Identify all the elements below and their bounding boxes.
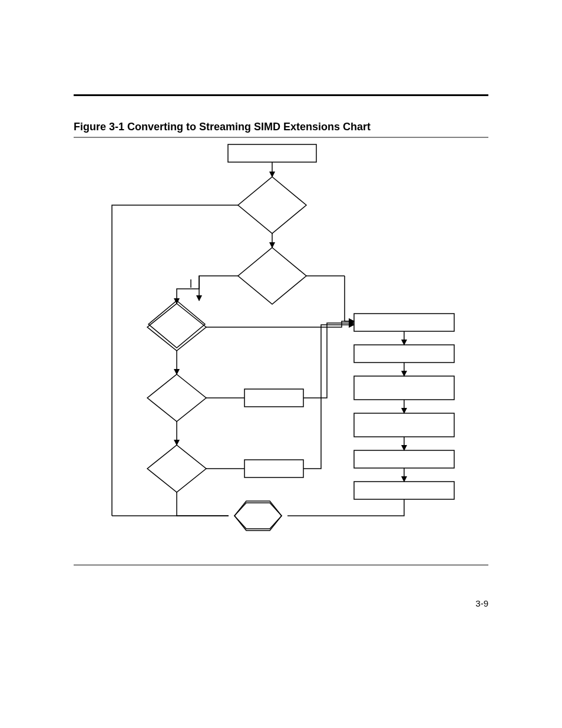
edge <box>206 321 354 327</box>
node-d3 <box>148 301 205 348</box>
node-d4 <box>147 374 206 421</box>
node-d5 <box>147 445 206 492</box>
page-number: 3-9 <box>475 598 488 608</box>
node-r4 <box>354 413 454 437</box>
node-r2 <box>354 345 454 363</box>
edge <box>345 276 354 321</box>
edge <box>303 323 354 398</box>
edge <box>177 276 199 304</box>
figure-bottom-rule <box>74 565 488 565</box>
edge <box>177 492 229 516</box>
page: Figure 3-1 Converting to Streaming SIMD … <box>0 0 562 728</box>
node-p1 <box>244 389 303 407</box>
node-p2 <box>244 460 303 477</box>
flowchart-svg <box>74 136 488 560</box>
figure-caption: Figure 3-1 Converting to Streaming SIMD … <box>74 121 371 133</box>
edge <box>287 499 404 516</box>
node-hex2 <box>234 501 282 531</box>
node-d3b <box>147 304 206 351</box>
top-rule <box>74 94 488 96</box>
node-r5 <box>354 450 454 468</box>
node-r6 <box>354 482 454 499</box>
node-r1 <box>354 314 454 331</box>
edge <box>112 205 238 516</box>
node-start <box>228 144 316 162</box>
node-d2 <box>238 248 306 304</box>
node-d1 <box>238 177 306 233</box>
node-r3 <box>354 376 454 400</box>
flowchart-figure <box>74 136 488 562</box>
edge <box>303 325 354 469</box>
edge <box>199 276 238 289</box>
